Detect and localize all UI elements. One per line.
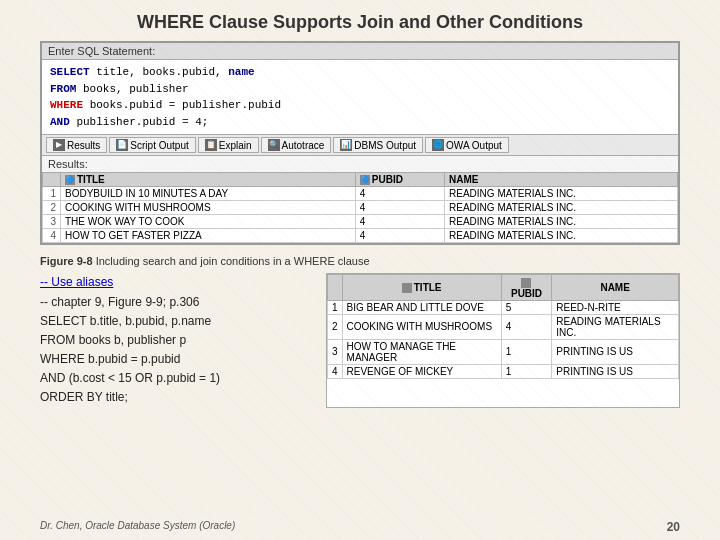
dbms-icon: 📊 xyxy=(340,139,352,151)
b-col-title: TITLE xyxy=(342,275,501,300)
row-pubid: 4 xyxy=(355,229,444,243)
row-name: READING MATERIALS INC. xyxy=(445,229,678,243)
top-results-table: 🔷TITLE 🔷PUBID NAME 1 BODYBUILD IN 10 MIN… xyxy=(42,172,678,243)
sql-line-3: WHERE books.pubid = publisher.pubid xyxy=(50,97,670,114)
row-num: 4 xyxy=(43,229,61,243)
row-name: READING MATERIALS INC. xyxy=(445,201,678,215)
pubid-col-icon: 🔷 xyxy=(360,175,370,185)
dbms-output-button[interactable]: 📊 DBMS Output xyxy=(333,137,423,153)
row-num: 3 xyxy=(43,215,61,229)
b-pubid-icon xyxy=(521,278,531,288)
kw-select: SELECT xyxy=(50,66,90,78)
row-pubid: 4 xyxy=(355,201,444,215)
row-title: BIG BEAR AND LITTLE DOVE xyxy=(342,300,501,314)
select-line: SELECT b.title, b.pubid, p.name xyxy=(40,312,310,331)
sql-label: Enter SQL Statement: xyxy=(42,43,678,60)
orderby-line: ORDER BY title; xyxy=(40,388,310,407)
b-col-pubid: PUBID xyxy=(501,275,552,300)
table-row: 3 THE WOK WAY TO COOK 4 READING MATERIAL… xyxy=(43,215,678,229)
row-pubid: 1 xyxy=(501,339,552,364)
table-row: 1 BODYBUILD IN 10 MINUTES A DAY 4 READIN… xyxy=(43,187,678,201)
row-pubid: 4 xyxy=(355,215,444,229)
col-pubid-header: 🔷PUBID xyxy=(355,173,444,187)
owa-output-button[interactable]: 🌐 OWA Output xyxy=(425,137,509,153)
row-pubid: 1 xyxy=(501,364,552,378)
row-pubid: 4 xyxy=(355,187,444,201)
row-title: REVENGE OF MICKEY xyxy=(342,364,501,378)
alias-comment: -- Use aliases xyxy=(40,273,310,292)
results-label: Results: xyxy=(42,156,678,172)
page-number: 20 xyxy=(667,520,680,534)
col-num-header xyxy=(43,173,61,187)
figure-number: Figure 9-8 xyxy=(40,255,93,267)
col-name-header: NAME xyxy=(445,173,678,187)
left-text-block: -- Use aliases -- chapter 9, Figure 9-9;… xyxy=(40,273,310,407)
row-num: 2 xyxy=(43,201,61,215)
row-num: 1 xyxy=(43,187,61,201)
row-name: READING MATERIALS INC. xyxy=(552,314,679,339)
sql-line-4: AND publisher.pubid = 4; xyxy=(50,114,670,131)
row-name: READING MATERIALS INC. xyxy=(445,215,678,229)
row-title: HOW TO MANAGE THE MANAGER xyxy=(342,339,501,364)
script-output-button[interactable]: 📄 Script Output xyxy=(109,137,195,153)
sql-line-1: SELECT title, books.pubid, name xyxy=(50,64,670,81)
table-row: 1 BIG BEAR AND LITTLE DOVE 5 REED-N-RITE xyxy=(328,300,679,314)
figure-caption: Figure 9-8 Including search and join con… xyxy=(0,251,720,269)
row-title: BODYBUILD IN 10 MINUTES A DAY xyxy=(61,187,356,201)
play-icon: ▶ xyxy=(53,139,65,151)
row-title: COOKING WITH MUSHROOMS xyxy=(342,314,501,339)
row-name: PRINTING IS US xyxy=(552,364,679,378)
alias-link[interactable]: -- Use aliases xyxy=(40,275,113,289)
owa-icon: 🌐 xyxy=(432,139,444,151)
row-num: 3 xyxy=(328,339,343,364)
b-title-icon xyxy=(402,283,412,293)
kw-name: name xyxy=(228,66,254,78)
script-icon: 📄 xyxy=(116,139,128,151)
row-num: 4 xyxy=(328,364,343,378)
sql-line-2: FROM books, publisher xyxy=(50,81,670,98)
sql-toolbar: ▶ Results 📄 Script Output 📋 Explain 🔍 Au… xyxy=(42,134,678,156)
row-title: HOW TO GET FASTER PIZZA xyxy=(61,229,356,243)
footer-left: Dr. Chen, Oracle Database System (Oracle… xyxy=(40,520,235,534)
explain-button[interactable]: 📋 Explain xyxy=(198,137,259,153)
row-name: READING MATERIALS INC. xyxy=(445,187,678,201)
table-row: 2 COOKING WITH MUSHROOMS 4 READING MATER… xyxy=(328,314,679,339)
explain-icon: 📋 xyxy=(205,139,217,151)
from-line: FROM books b, publisher p xyxy=(40,331,310,350)
b-col-num xyxy=(328,275,343,300)
chapter-comment: -- chapter 9, Figure 9-9; p.306 xyxy=(40,293,310,312)
table-row: 2 COOKING WITH MUSHROOMS 4 READING MATER… xyxy=(43,201,678,215)
figure-text: Including search and join conditions in … xyxy=(96,255,370,267)
kw-where: WHERE xyxy=(50,99,83,111)
results-button[interactable]: ▶ Results xyxy=(46,137,107,153)
row-name: REED-N-RITE xyxy=(552,300,679,314)
table-row: 4 HOW TO GET FASTER PIZZA 4 READING MATE… xyxy=(43,229,678,243)
row-title: THE WOK WAY TO COOK xyxy=(61,215,356,229)
row-num: 2 xyxy=(328,314,343,339)
row-title: COOKING WITH MUSHROOMS xyxy=(61,201,356,215)
footer: Dr. Chen, Oracle Database System (Oracle… xyxy=(40,520,680,534)
table-row: 3 HOW TO MANAGE THE MANAGER 1 PRINTING I… xyxy=(328,339,679,364)
sql-content: SELECT title, books.pubid, name FROM boo… xyxy=(42,60,678,134)
bottom-results-container: TITLE PUBID NAME 1 BIG BEAR AND LITTLE D… xyxy=(326,273,680,407)
row-name: PRINTING IS US xyxy=(552,339,679,364)
sql-screenshot-box: Enter SQL Statement: SELECT title, books… xyxy=(40,41,680,245)
where-line: WHERE b.pubid = p.pubid xyxy=(40,350,310,369)
col-title-header: 🔷TITLE xyxy=(61,173,356,187)
b-col-name: NAME xyxy=(552,275,679,300)
page-title: WHERE Clause Supports Join and Other Con… xyxy=(0,0,720,41)
bottom-section: -- Use aliases -- chapter 9, Figure 9-9;… xyxy=(40,273,680,407)
row-num: 1 xyxy=(328,300,343,314)
kw-and: AND xyxy=(50,116,70,128)
kw-from: FROM xyxy=(50,83,76,95)
table-row: 4 REVENGE OF MICKEY 1 PRINTING IS US xyxy=(328,364,679,378)
autotrace-button[interactable]: 🔍 Autotrace xyxy=(261,137,332,153)
row-pubid: 4 xyxy=(501,314,552,339)
row-pubid: 5 xyxy=(501,300,552,314)
autotrace-icon: 🔍 xyxy=(268,139,280,151)
title-col-icon: 🔷 xyxy=(65,175,75,185)
and-line: AND (b.cost < 15 OR p.pubid = 1) xyxy=(40,369,310,388)
bottom-results-table: TITLE PUBID NAME 1 BIG BEAR AND LITTLE D… xyxy=(327,274,679,378)
